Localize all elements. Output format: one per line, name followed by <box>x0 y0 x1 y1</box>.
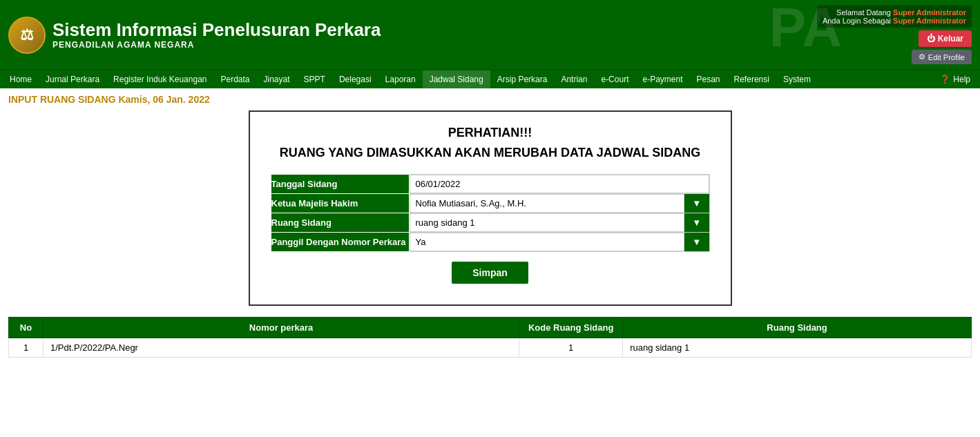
cell-ruang-sidang: ruang sidang 1 <box>623 338 972 358</box>
nav-antrian[interactable]: Antrian <box>554 70 594 88</box>
table-row: 1 1/Pdt.P/2022/PA.Negr 1 ruang sidang 1 <box>9 338 972 358</box>
notice-subtitle: RUANG YANG DIMASUKKAN AKAN MERUBAH DATA … <box>271 146 710 160</box>
label-ketua-majelis: Ketua Majelis Hakim <box>271 194 409 213</box>
cell-kode-ruang: 1 <box>519 338 623 358</box>
notice-box: PERHATIAN!!! RUANG YANG DIMASUKKAN AKAN … <box>249 110 732 306</box>
col-header-ruang-sidang: Ruang Sidang <box>623 318 972 338</box>
header: ⚖ Sistem Informasi Penelusuran Perkara P… <box>0 0 980 70</box>
ruang-dropdown-btn[interactable]: ▼ <box>684 213 709 232</box>
edit-profile-button[interactable]: ⚙ Edit Profile <box>912 50 972 64</box>
simpan-button[interactable]: Simpan <box>452 262 528 284</box>
ruang-sidang-input[interactable] <box>410 213 685 232</box>
logo: ⚖ <box>8 17 46 54</box>
gear-icon: ⚙ <box>919 52 925 61</box>
header-title-block: Sistem Informasi Penelusuran Perkara PEN… <box>52 20 817 50</box>
help-button[interactable]: ❓ Help <box>933 70 977 88</box>
form-row-panggil: Panggil Dengan Nomor Perkara ▼ <box>271 233 709 252</box>
header-right: Selamat Datang Super Administrator Anda … <box>817 6 972 64</box>
label-ruang-sidang: Ruang Sidang <box>271 213 409 233</box>
nav-jurnal-perkara[interactable]: Jurnal Perkara <box>39 70 106 88</box>
col-header-nomor-perkara: Nomor perkara <box>44 318 519 338</box>
ketua-majelis-input[interactable] <box>410 194 685 213</box>
label-tanggal-sidang: Tanggal Sidang <box>271 175 409 194</box>
navbar: Home Jurnal Perkara Register Induk Keuan… <box>0 70 980 88</box>
login-text: Anda Login Sebagai <box>823 17 891 25</box>
data-table: No Nomor perkara Kode Ruang Sidang Ruang… <box>8 317 972 358</box>
input-cell-tanggal <box>409 175 709 194</box>
keluar-button[interactable]: ⏻ Keluar <box>919 30 972 47</box>
notice-title: PERHATIAN!!! <box>271 126 710 140</box>
col-header-kode-ruang: Kode Ruang Sidang <box>519 318 623 338</box>
welcome-text: Selamat Datang <box>836 8 891 17</box>
nav-pesan[interactable]: Pesan <box>690 70 727 88</box>
ruang-select-wrapper: ▼ <box>410 213 709 232</box>
page-title: INPUT RUANG SIDANG Kamis, 06 Jan. 2022 <box>0 88 980 110</box>
label-panggil-nomor: Panggil Dengan Nomor Perkara <box>271 233 409 252</box>
user-info: Selamat Datang Super Administrator Anda … <box>817 6 972 28</box>
ketua-select-wrapper: ▼ <box>410 194 709 213</box>
main-content: PERHATIAN!!! RUANG YANG DIMASUKKAN AKAN … <box>0 110 980 366</box>
nav-arsip-perkara[interactable]: Arsip Perkara <box>490 70 555 88</box>
panggil-dropdown-btn[interactable]: ▼ <box>684 233 709 251</box>
panggil-select-wrapper: ▼ <box>410 233 709 251</box>
input-form: Tanggal Sidang Ketua Majelis Hakim ▼ <box>271 174 710 284</box>
input-cell-panggil: ▼ <box>409 233 709 252</box>
col-header-no: No <box>9 318 44 338</box>
ketua-dropdown-btn[interactable]: ▼ <box>684 194 709 213</box>
app-title: Sistem Informasi Penelusuran Perkara <box>52 20 817 40</box>
user-name: Super Administrator <box>893 8 966 17</box>
input-cell-ketua: ▼ <box>409 194 709 213</box>
user-role: Super Administrator <box>893 17 966 25</box>
form-row-tanggal: Tanggal Sidang <box>271 175 709 194</box>
nav-delegasi[interactable]: Delegasi <box>332 70 378 88</box>
form-row-ruang: Ruang Sidang ▼ <box>271 213 709 233</box>
nav-epayment[interactable]: e-Payment <box>635 70 689 88</box>
help-icon: ❓ <box>940 75 950 84</box>
app-subtitle: PENGADILAN AGAMA NEGARA <box>52 40 817 50</box>
form-submit-row: Simpan <box>271 252 709 284</box>
input-cell-ruang: ▼ <box>409 213 709 233</box>
cell-nomor-perkara: 1/Pdt.P/2022/PA.Negr <box>44 338 519 358</box>
power-icon: ⏻ <box>927 34 935 43</box>
nav-jinayat[interactable]: Jinayat <box>257 70 297 88</box>
nav-sppt[interactable]: SPPT <box>297 70 332 88</box>
nav-perdata[interactable]: Perdata <box>214 70 257 88</box>
nav-jadwal-sidang[interactable]: Jadwal Sidang <box>423 70 490 88</box>
cell-no: 1 <box>9 338 44 358</box>
panggil-input[interactable] <box>410 233 685 251</box>
nav-register-induk[interactable]: Register Induk Keuangan <box>106 70 213 88</box>
nav-home[interactable]: Home <box>3 70 39 88</box>
tanggal-sidang-input[interactable] <box>410 175 709 193</box>
form-row-ketua: Ketua Majelis Hakim ▼ <box>271 194 709 213</box>
table-header-row: No Nomor perkara Kode Ruang Sidang Ruang… <box>9 318 972 338</box>
nav-referensi[interactable]: Referensi <box>727 70 776 88</box>
nav-ecourt[interactable]: e-Court <box>594 70 635 88</box>
nav-system[interactable]: System <box>776 70 818 88</box>
nav-laporan[interactable]: Laporan <box>378 70 423 88</box>
